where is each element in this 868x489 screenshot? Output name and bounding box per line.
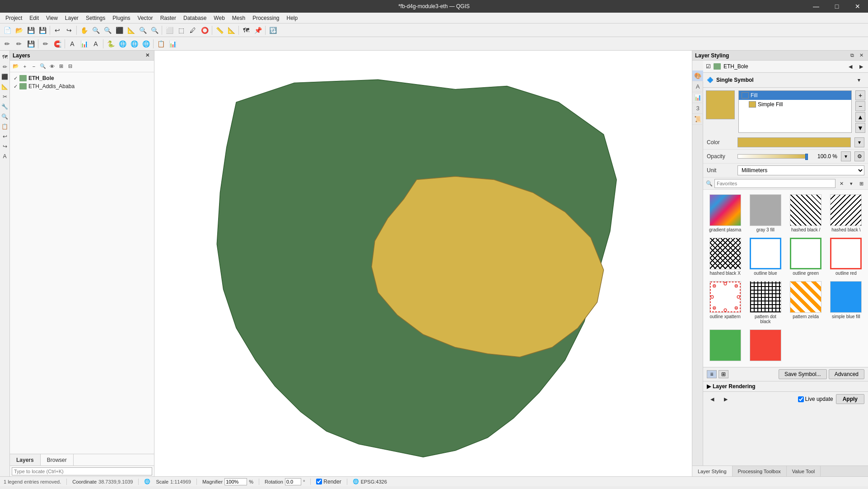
symbol-search-input[interactable] xyxy=(714,179,835,188)
symbol-cell-hashed-fwd[interactable]: hashed black / xyxy=(787,193,825,234)
tb-pan[interactable]: ✋ xyxy=(79,25,89,36)
tb-plugin2[interactable]: 🌐 xyxy=(140,38,151,49)
tb-label[interactable]: A xyxy=(67,38,78,49)
sidebar-btn-3[interactable]: ⬛ xyxy=(0,72,9,81)
symbol-tree-item-fill[interactable]: Fill xyxy=(739,91,851,100)
favorites-menu[interactable]: ▾ xyxy=(847,179,855,188)
layers-toggle-all[interactable]: 👁 xyxy=(48,62,56,71)
sidebar-btn-6[interactable]: 🔧 xyxy=(0,102,9,111)
symbol-type-dropdown[interactable]: ▾ xyxy=(854,75,864,85)
favorites-grid-view[interactable]: ⊞ xyxy=(857,179,865,188)
symbol-cell-outline-green[interactable]: outline green xyxy=(787,236,825,277)
tb-save[interactable]: 💾 xyxy=(25,25,36,36)
live-update-checkbox[interactable] xyxy=(798,396,804,402)
favorites-clear[interactable]: ✕ xyxy=(837,179,845,188)
map-area[interactable] xyxy=(154,51,692,476)
layer-check-eth-addis[interactable]: ✓ xyxy=(14,84,18,89)
tb-zoom-in[interactable]: 🔍 xyxy=(90,25,101,36)
sidebar-btn-8[interactable]: 📋 xyxy=(0,122,9,131)
style-tab-3d[interactable]: 3 xyxy=(692,103,703,114)
symbol-cell-outline-blue[interactable]: outline blue xyxy=(746,236,784,277)
tb-label2[interactable]: A xyxy=(90,38,101,49)
symbol-cell-hashed-bwd[interactable]: hashed black \ xyxy=(827,193,865,234)
tb-osm[interactable]: 🌐 xyxy=(117,38,128,49)
color-swatch[interactable] xyxy=(737,137,851,147)
sidebar-btn-9[interactable]: ↩ xyxy=(0,132,9,141)
symbol-cell-green-solid[interactable] xyxy=(706,328,744,364)
layers-expand-all[interactable]: ⊞ xyxy=(57,62,65,71)
menu-plugins[interactable]: Plugins xyxy=(109,14,134,22)
layers-panel-close[interactable]: ✕ xyxy=(143,52,151,60)
menu-settings[interactable]: Settings xyxy=(82,14,109,22)
menu-raster[interactable]: Raster xyxy=(157,14,180,22)
sidebar-btn-11[interactable]: A xyxy=(0,152,9,161)
layers-remove-layer[interactable]: − xyxy=(30,62,38,71)
sidebar-btn-7[interactable]: 🔍 xyxy=(0,112,9,121)
layer-item-eth-bole[interactable]: ✓ ETH_Bole xyxy=(12,74,152,82)
tb-new[interactable]: 📄 xyxy=(2,25,13,36)
symbol-tree-add[interactable]: + xyxy=(855,90,865,100)
minimize-button[interactable]: — xyxy=(806,0,826,13)
menu-web[interactable]: Web xyxy=(210,14,228,22)
view-list-btn[interactable]: ≡ xyxy=(707,370,717,378)
layer-check-eth-bole[interactable]: ✓ xyxy=(14,75,18,81)
style-tab-labels[interactable]: A xyxy=(692,81,703,92)
menu-layer[interactable]: Layer xyxy=(61,14,82,22)
tb-current-edits[interactable]: ✏ xyxy=(2,38,13,49)
right-panel-close[interactable]: ✕ xyxy=(857,52,865,60)
tab-browser[interactable]: Browser xyxy=(41,454,74,465)
layer-rendering-header[interactable]: ▶ Layer Rendering xyxy=(707,383,864,390)
layers-add-layer[interactable]: + xyxy=(21,62,29,71)
symbol-cell-outline-red[interactable]: outline red xyxy=(827,236,865,277)
locate-input[interactable] xyxy=(12,467,152,475)
menu-processing[interactable]: Processing xyxy=(249,14,283,22)
tb-open[interactable]: 📂 xyxy=(14,25,24,36)
tb-snapping[interactable]: 🧲 xyxy=(52,38,63,49)
tb-toggle-edit[interactable]: ✏ xyxy=(14,38,24,49)
tb-select-rect[interactable]: ⬜ xyxy=(164,25,175,36)
apply-button[interactable]: Apply xyxy=(836,394,864,404)
maximize-button[interactable]: □ xyxy=(826,0,847,13)
menu-view[interactable]: View xyxy=(42,14,61,22)
menu-edit[interactable]: Edit xyxy=(26,14,42,22)
tb-digitize[interactable]: ✏ xyxy=(40,38,51,49)
epsg-field[interactable]: 🌐 EPSG:4326 xyxy=(353,479,387,484)
tb-refresh[interactable]: 🔃 xyxy=(267,25,278,36)
tb-zoom-full[interactable]: ⬛ xyxy=(114,25,125,36)
menu-mesh[interactable]: Mesh xyxy=(229,14,249,22)
layers-open-layer-manager[interactable]: 📂 xyxy=(12,62,20,71)
menu-vector[interactable]: Vector xyxy=(134,14,157,22)
sbt-tab-processing[interactable]: Processing Toolbox xyxy=(733,466,787,476)
sbt-tab-value-tool[interactable]: Value Tool xyxy=(787,466,821,476)
tab-layers[interactable]: Layers xyxy=(10,454,41,465)
symbol-cell-gradient-plasma[interactable]: gradient plasma xyxy=(706,193,744,234)
tb-redo[interactable]: ↪ xyxy=(64,25,75,36)
symbol-cell-dot[interactable]: pattern dot black xyxy=(746,279,784,326)
symbol-tree-item-simple-fill[interactable]: Simple Fill xyxy=(739,100,851,109)
unit-select[interactable]: Millimeters Pixels Points xyxy=(737,165,864,175)
opacity-slider-handle[interactable] xyxy=(805,154,808,160)
tb-measure-area[interactable]: 📐 xyxy=(226,25,237,36)
style-tab-symbology[interactable]: 🎨 xyxy=(692,71,703,81)
tb-save-edits[interactable]: 💾 xyxy=(25,38,36,49)
layer-selector-next[interactable]: ▶ xyxy=(857,62,865,71)
style-tab-diagrams[interactable]: 📊 xyxy=(692,92,703,103)
tb-open-table[interactable]: 📋 xyxy=(155,38,166,49)
right-panel-float[interactable]: ⧉ xyxy=(848,52,856,60)
tb-zoom-layer[interactable]: 📐 xyxy=(126,25,136,36)
menu-database[interactable]: Database xyxy=(180,14,210,22)
color-dropdown-btn[interactable]: ▾ xyxy=(854,137,864,147)
symbol-cell-xpattern[interactable]: outline xpattern xyxy=(706,279,744,326)
menu-help[interactable]: Help xyxy=(283,14,302,22)
tb-annotations[interactable]: 📌 xyxy=(252,25,263,36)
tb-save-as[interactable]: 💾 xyxy=(37,25,48,36)
sidebar-btn-5[interactable]: ✂ xyxy=(0,92,9,101)
tb-field-calc[interactable]: 📊 xyxy=(79,38,89,49)
sidebar-btn-10[interactable]: ↪ xyxy=(0,142,9,151)
sbt-tab-layer-styling[interactable]: Layer Styling xyxy=(692,466,733,476)
tb-select-radius[interactable]: ⭕ xyxy=(199,25,210,36)
rotation-input[interactable] xyxy=(285,478,301,485)
render-checkbox[interactable] xyxy=(316,479,322,484)
symbol-cell-red-solid[interactable] xyxy=(746,328,784,364)
layers-filter[interactable]: 🔍 xyxy=(39,62,47,71)
